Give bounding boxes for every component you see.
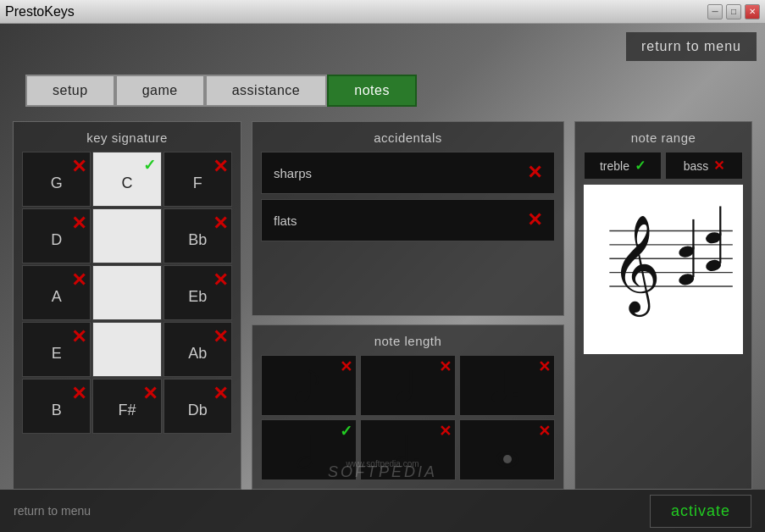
tab-bar: setup game assistance notes	[25, 75, 417, 107]
accidentals-panel: accidentals sharps ✕ flats ✕	[252, 121, 564, 316]
tab-assistance[interactable]: assistance	[205, 75, 328, 107]
key-C-mark: ✓	[143, 156, 156, 175]
flats-state: ✕	[527, 209, 542, 231]
note-range-title: note range	[584, 130, 743, 145]
accidentals-title: accidentals	[261, 130, 555, 145]
key-G-mark: ✕	[71, 156, 86, 178]
note-length-title: note length	[261, 334, 555, 348]
svg-point-13	[503, 455, 512, 463]
range-tab-bass[interactable]: bass ✕	[665, 152, 743, 180]
half-mark: ✓	[340, 422, 352, 441]
main-content: key signature G ✕ C ✓ F ✕ D ✕	[13, 121, 752, 490]
key-signature-title: key signature	[22, 130, 232, 145]
treble-label: treble	[600, 159, 629, 173]
note-dotted-quarter[interactable]: ✕	[459, 355, 555, 416]
bass-label: bass	[684, 159, 709, 173]
key-signature-panel: key signature G ✕ C ✓ F ✕ D ✕	[13, 121, 241, 490]
key-B-mark: ✕	[71, 383, 86, 405]
note-length-panel: note length ✕	[252, 324, 564, 490]
half-note-icon	[295, 427, 324, 474]
whole-note-icon	[493, 427, 522, 474]
bottom-bar: return to menu activate	[0, 490, 765, 532]
dotted-quarter-mark: ✕	[538, 357, 551, 376]
key-cell-E[interactable]: E ✕	[22, 322, 91, 377]
dotted-quarter-icon	[489, 364, 526, 407]
key-Fsharp-mark: ✕	[142, 383, 158, 405]
key-signature-grid: G ✕ C ✓ F ✕ D ✕ Bb ✕	[22, 152, 232, 434]
titlebar: PrestoKeys ─ □ ✕	[0, 0, 765, 24]
dotted-half-icon	[390, 427, 427, 474]
app-area: return to menu setup game assistance not…	[0, 24, 765, 532]
svg-point-6	[513, 392, 518, 397]
eighth-mark: ✕	[340, 357, 352, 376]
minimize-button[interactable]: ─	[707, 4, 723, 19]
range-tab-bar: treble ✓ bass ✕	[584, 152, 743, 180]
key-cell-C[interactable]: C ✓	[92, 152, 161, 207]
key-Ab-mark: ✕	[213, 326, 228, 348]
key-cell-empty3	[92, 322, 161, 377]
key-Db-mark: ✕	[213, 383, 228, 405]
svg-point-11	[414, 458, 419, 463]
key-Eb-mark: ✕	[213, 269, 228, 291]
key-cell-A[interactable]: A ✕	[22, 265, 91, 320]
tab-game[interactable]: game	[115, 75, 205, 107]
note-range-panel: note range treble ✓ bass ✕	[574, 121, 752, 490]
footer-return-text: return to menu	[14, 504, 91, 518]
note-length-grid: ✕ ✕	[261, 355, 555, 480]
close-button[interactable]: ✕	[745, 4, 760, 19]
key-cell-G[interactable]: G ✕	[22, 152, 91, 207]
key-F-mark: ✕	[213, 156, 228, 178]
key-E-mark: ✕	[71, 326, 86, 348]
top-right-panels: accidentals sharps ✕ flats ✕ note length	[252, 121, 752, 490]
maximize-button[interactable]: □	[726, 4, 741, 19]
key-cell-Eb[interactable]: Eb ✕	[164, 265, 232, 320]
key-cell-empty1	[92, 208, 161, 263]
treble-check: ✓	[635, 158, 646, 174]
activate-button[interactable]: activate	[650, 495, 751, 528]
note-quarter[interactable]: ✕	[360, 355, 456, 416]
whole-mark: ✕	[538, 422, 551, 441]
staff-svg: 𝄞	[584, 185, 743, 354]
dotted-half-mark: ✕	[439, 422, 452, 441]
eighth-note-icon	[292, 364, 326, 407]
key-cell-Db[interactable]: Db ✕	[164, 379, 232, 434]
key-cell-Fsharp[interactable]: F# ✕	[92, 379, 161, 434]
key-cell-B[interactable]: B ✕	[22, 379, 91, 434]
window-controls: ─ □ ✕	[707, 4, 760, 19]
quarter-mark: ✕	[439, 357, 452, 376]
key-cell-Bb[interactable]: Bb ✕	[164, 208, 232, 263]
key-cell-F[interactable]: F ✕	[164, 152, 232, 207]
note-eighth[interactable]: ✕	[261, 355, 357, 416]
flats-row[interactable]: flats ✕	[261, 199, 555, 241]
note-half[interactable]: ✓	[261, 419, 357, 480]
key-cell-empty2	[92, 265, 161, 320]
key-D-mark: ✕	[71, 213, 86, 235]
right-panels: accidentals sharps ✕ flats ✕ note length	[252, 121, 752, 490]
range-tab-treble[interactable]: treble ✓	[584, 152, 662, 180]
note-dotted-half[interactable]: ✕	[360, 419, 456, 480]
key-Bb-mark: ✕	[213, 213, 228, 235]
key-cell-Ab[interactable]: Ab ✕	[164, 322, 232, 377]
note-whole[interactable]: ✕	[459, 419, 555, 480]
flats-label: flats	[274, 213, 297, 228]
window-title: PrestoKeys	[5, 4, 75, 19]
tab-notes[interactable]: notes	[327, 75, 417, 107]
sharps-state: ✕	[527, 162, 542, 184]
staff-display: 𝄞	[584, 185, 743, 354]
sharps-label: sharps	[274, 166, 312, 180]
quarter-note-icon	[394, 364, 423, 407]
bass-x: ✕	[713, 158, 724, 174]
sharps-row[interactable]: sharps ✕	[261, 152, 555, 194]
return-to-menu-button[interactable]: return to menu	[626, 32, 757, 61]
key-A-mark: ✕	[71, 269, 86, 291]
tab-setup[interactable]: setup	[25, 75, 115, 107]
svg-text:𝄞: 𝄞	[611, 216, 661, 318]
key-cell-D[interactable]: D ✕	[22, 208, 91, 263]
